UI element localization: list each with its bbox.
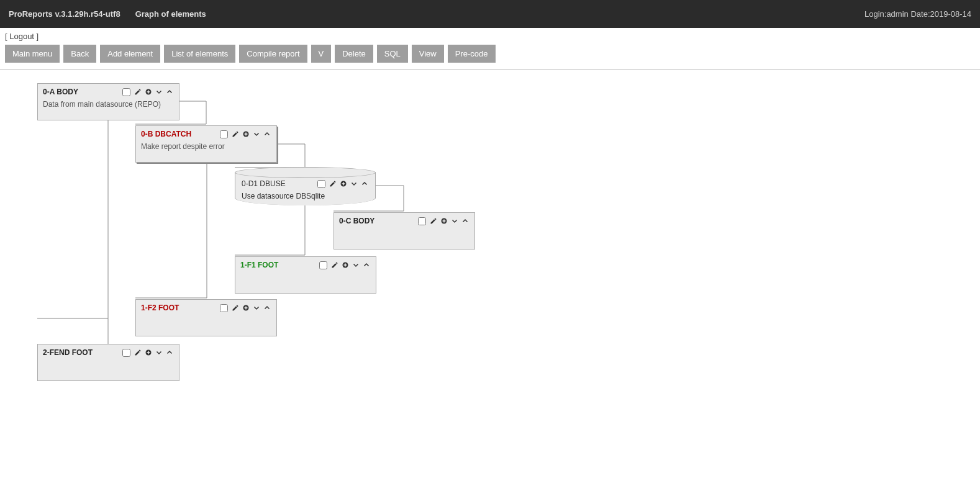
- up-icon[interactable]: [461, 217, 470, 225]
- add-icon[interactable]: [242, 130, 250, 138]
- login-label: Login:: [864, 9, 886, 19]
- select-checkbox[interactable]: [220, 130, 228, 138]
- topbar-left: ProReports v.3.1.29h.r54-utf8 Graph of e…: [9, 9, 206, 19]
- node-0a-body[interactable]: 0-A BODY Data from main datasource (REPO…: [37, 83, 179, 120]
- node-2fend-foot[interactable]: 2-FEND FOOT: [37, 344, 179, 381]
- compile-report-button[interactable]: Compile report: [239, 45, 307, 63]
- node-label: 1-F1 FOOT: [240, 261, 278, 269]
- node-label: 2-FEND FOOT: [43, 348, 93, 357]
- edit-icon[interactable]: [231, 303, 240, 312]
- node-label: 0-B DBCATCH: [141, 130, 191, 138]
- add-element-button[interactable]: Add element: [100, 45, 160, 63]
- up-icon[interactable]: [263, 303, 271, 312]
- node-0c-body[interactable]: 0-C BODY: [333, 212, 475, 249]
- node-desc: Data from main datasource (REPO): [43, 100, 174, 109]
- node-label: 0-C BODY: [339, 217, 374, 225]
- select-checkbox[interactable]: [220, 304, 228, 312]
- date-value: 2019-08-14: [930, 9, 972, 19]
- add-icon[interactable]: [339, 179, 348, 188]
- up-icon[interactable]: [165, 88, 174, 96]
- view-button[interactable]: View: [412, 45, 444, 63]
- add-icon[interactable]: [440, 217, 448, 225]
- down-icon[interactable]: [450, 217, 459, 225]
- node-controls: [319, 261, 371, 269]
- toolbar: Main menu Back Add element List of eleme…: [0, 45, 980, 70]
- back-button[interactable]: Back: [63, 45, 96, 63]
- add-icon[interactable]: [242, 303, 250, 312]
- down-icon[interactable]: [352, 261, 360, 269]
- node-desc: Make report despite error: [141, 142, 271, 151]
- topbar: ProReports v.3.1.29h.r54-utf8 Graph of e…: [0, 0, 980, 28]
- list-elements-button[interactable]: List of elements: [164, 45, 235, 63]
- node-1f1-foot[interactable]: 1-F1 FOOT: [235, 256, 376, 294]
- login-user: admin: [886, 9, 908, 19]
- node-label: 1-F2 FOOT: [141, 303, 179, 312]
- down-icon[interactable]: [350, 179, 358, 188]
- v-button[interactable]: V: [311, 45, 332, 63]
- down-icon[interactable]: [155, 348, 163, 357]
- sql-button[interactable]: SQL: [377, 45, 408, 63]
- node-controls: [317, 179, 369, 188]
- up-icon[interactable]: [362, 261, 371, 269]
- down-icon[interactable]: [252, 130, 261, 138]
- edit-icon[interactable]: [329, 179, 337, 188]
- app-title: ProReports v.3.1.29h.r54-utf8: [9, 9, 120, 19]
- node-label: 0-D1 DBUSE: [242, 179, 286, 188]
- add-icon[interactable]: [144, 348, 153, 357]
- down-icon[interactable]: [252, 303, 261, 312]
- node-label: 0-A BODY: [43, 88, 78, 96]
- date-label: Date:: [910, 9, 930, 19]
- node-desc: Use datasource DBSqlite: [242, 192, 369, 200]
- up-icon[interactable]: [360, 179, 369, 188]
- edit-icon[interactable]: [134, 348, 142, 357]
- up-icon[interactable]: [263, 130, 271, 138]
- select-checkbox[interactable]: [319, 261, 327, 269]
- node-0b-dbcatch[interactable]: 0-B DBCATCH Make report despite error: [135, 125, 277, 163]
- node-controls: [122, 348, 174, 357]
- select-checkbox[interactable]: [317, 180, 325, 188]
- node-controls: [418, 217, 470, 225]
- edit-icon[interactable]: [231, 130, 240, 138]
- add-icon[interactable]: [144, 88, 153, 96]
- precode-button[interactable]: Pre-code: [448, 45, 496, 63]
- add-icon[interactable]: [341, 261, 350, 269]
- delete-button[interactable]: Delete: [335, 45, 373, 63]
- main-menu-button[interactable]: Main menu: [5, 45, 60, 63]
- select-checkbox[interactable]: [122, 349, 130, 357]
- select-checkbox[interactable]: [418, 217, 426, 225]
- logout-link[interactable]: [ Logout ]: [0, 28, 980, 45]
- node-controls: [220, 303, 271, 312]
- edit-icon[interactable]: [330, 261, 339, 269]
- node-0d1-dbuse[interactable]: 0-D1 DBUSE Use datasource DBSqlite: [235, 172, 376, 205]
- graph-canvas: 0-A BODY Data from main datasource (REPO…: [0, 70, 980, 467]
- node-controls: [122, 88, 174, 96]
- topbar-right: Login:admin Date:2019-08-14: [864, 9, 971, 19]
- edit-icon[interactable]: [429, 217, 438, 225]
- down-icon[interactable]: [155, 88, 163, 96]
- select-checkbox[interactable]: [122, 88, 130, 96]
- node-1f2-foot[interactable]: 1-F2 FOOT: [135, 299, 277, 336]
- node-controls: [220, 130, 271, 138]
- up-icon[interactable]: [165, 348, 174, 357]
- edit-icon[interactable]: [134, 88, 142, 96]
- page-title: Graph of elements: [135, 9, 206, 19]
- cylinder-top: [235, 167, 376, 178]
